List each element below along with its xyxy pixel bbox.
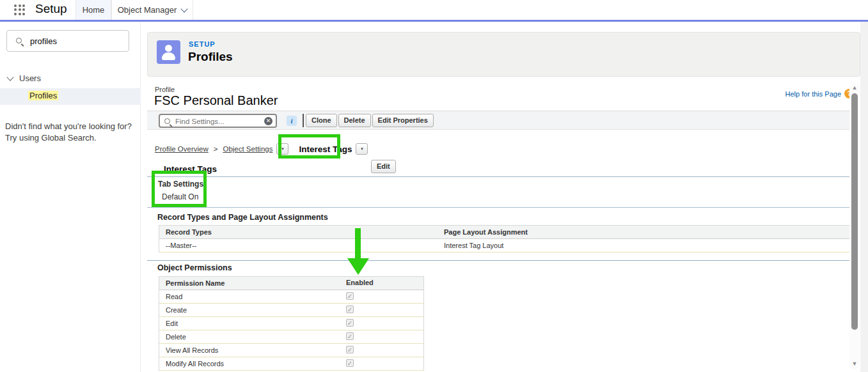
object-permissions-heading: Object Permissions: [157, 263, 232, 272]
clear-search-icon[interactable]: ✕: [264, 117, 272, 125]
find-settings-box[interactable]: ✕: [159, 114, 277, 128]
table-row: --Master-- Interest Tag Layout: [159, 239, 850, 252]
sidebar-group-users[interactable]: Users: [6, 74, 41, 83]
section-divider: [147, 207, 851, 208]
record-types-heading: Record Types and Page Layout Assignments: [157, 213, 328, 222]
setup-eyebrow: SETUP: [189, 40, 216, 48]
chevron-down-icon: [6, 74, 13, 81]
section-title-interest-tags: Interest Tags: [164, 164, 217, 174]
profile-detail-panel: Profile FSC Personal Banker Help for thi…: [147, 82, 860, 372]
tab-object-manager-label: Object Manager: [118, 5, 177, 15]
find-settings-input[interactable]: [175, 116, 258, 126]
sidebar-item-profiles-label: Profiles: [28, 91, 58, 100]
sidebar-group-label: Users: [19, 74, 41, 83]
scrollbar-thumb[interactable]: [851, 93, 858, 330]
object-settings-dropdown-button[interactable]: ▼: [276, 143, 288, 155]
scroll-down-icon[interactable]: ▼: [849, 360, 860, 367]
section-divider: [147, 176, 851, 177]
interest-tags-dropdown-button[interactable]: ▼: [356, 143, 368, 155]
app-launcher-icon[interactable]: [14, 4, 26, 15]
profiles-object-icon: [157, 40, 180, 64]
toolbar-divider: [303, 114, 304, 127]
help-for-this-page-link[interactable]: Help for this Page: [785, 90, 841, 98]
record-type-cell: --Master--: [159, 239, 439, 252]
table-row: Read ✓: [159, 290, 423, 304]
section-divider: [147, 260, 851, 261]
sidebar-item-profiles[interactable]: Profiles: [0, 88, 141, 105]
page-title: Profiles: [188, 50, 233, 64]
page-layout-cell: Interest Tag Layout: [439, 239, 850, 252]
quick-find-box[interactable]: [6, 30, 129, 52]
sidebar-footer-line2: Try using Global Search.: [5, 132, 132, 144]
page-layout-col-header: Page Layout Assignment: [439, 226, 850, 238]
breadcrumb-object-settings[interactable]: Object Settings: [223, 145, 272, 153]
tab-settings-label: Tab Settings: [158, 180, 203, 189]
quick-find-input[interactable]: [30, 35, 123, 47]
object-permissions-table: Permission Name Enabled Read ✓ Create ✓ …: [159, 276, 424, 371]
edit-button[interactable]: Edit: [371, 160, 396, 173]
salesforce-setup-window: Setup Home Object Manager Users Profiles…: [0, 0, 868, 372]
table-row: Create ✓: [159, 304, 423, 317]
profile-name: FSC Personal Banker: [154, 93, 278, 108]
permission-name-col-header: Permission Name: [159, 277, 341, 290]
tab-home-label: Home: [83, 5, 105, 15]
breadcrumb-profile-overview[interactable]: Profile Overview: [155, 145, 209, 153]
chevron-down-icon: [181, 5, 188, 12]
tab-home[interactable]: Home: [75, 0, 111, 20]
table-row: View All Records ✓: [159, 344, 423, 357]
tab-settings-value: Default On: [162, 192, 198, 201]
record-types-table: Record Types Page Layout Assignment --Ma…: [159, 225, 851, 252]
checkbox-checked-disabled-icon: ✓: [346, 292, 354, 300]
permission-name-cell: Create: [159, 304, 341, 316]
tab-object-manager[interactable]: Object Manager: [111, 0, 193, 20]
edit-properties-button[interactable]: Edit Properties: [372, 114, 434, 127]
sidebar-footer-line1: Didn't find what you're looking for?: [5, 121, 132, 132]
app-title: Setup: [35, 2, 67, 16]
checkbox-checked-disabled-icon: ✓: [346, 346, 354, 353]
permission-name-cell: Modify All Records: [159, 357, 341, 370]
clone-button[interactable]: Clone: [306, 114, 337, 127]
checkbox-checked-disabled-icon: ✓: [346, 319, 354, 327]
table-row: Modify All Records ✓: [159, 357, 423, 371]
sidebar-footer-text: Didn't find what you're looking for? Try…: [5, 121, 132, 144]
vertical-scrollbar[interactable]: ▲ ▼: [849, 83, 860, 369]
breadcrumb-current-interest-tags: Interest Tags: [299, 144, 352, 154]
info-icon[interactable]: i: [287, 116, 297, 126]
entity-type-label: Profile: [155, 86, 175, 93]
toolbar-buttons: Clone Delete Edit Properties: [306, 114, 434, 127]
permission-name-cell: Delete: [159, 330, 341, 343]
breadcrumb: Profile Overview > Object Settings ▼ Int…: [155, 141, 368, 157]
search-icon: [164, 118, 170, 124]
record-types-col-header: Record Types: [159, 226, 439, 238]
scroll-up-icon[interactable]: ▲: [849, 84, 860, 91]
checkbox-checked-disabled-icon: ✓: [346, 306, 354, 313]
delete-button[interactable]: Delete: [338, 114, 371, 127]
checkbox-checked-disabled-icon: ✓: [346, 332, 354, 340]
permission-name-cell: View All Records: [159, 344, 341, 357]
global-header: Setup Home Object Manager: [0, 0, 868, 20]
table-row: Delete ✓: [159, 330, 423, 344]
checkbox-checked-disabled-icon: ✓: [346, 359, 354, 367]
page-background-gutter: [860, 22, 868, 372]
page-header-card: SETUP Profiles: [147, 32, 860, 77]
profile-toolbar: ✕ i Clone Delete Edit Properties: [147, 111, 851, 130]
breadcrumb-separator: >: [214, 145, 218, 153]
permission-name-cell: Edit: [159, 317, 341, 330]
record-types-header-row: Record Types Page Layout Assignment: [159, 226, 850, 239]
object-permissions-header-row: Permission Name Enabled: [159, 277, 423, 290]
setup-sidebar: Users Profiles Didn't find what you're l…: [0, 22, 141, 372]
enabled-col-header: Enabled: [341, 277, 423, 290]
table-row: Edit ✓: [159, 317, 423, 330]
search-icon: [16, 38, 22, 43]
permission-name-cell: Read: [159, 290, 341, 303]
